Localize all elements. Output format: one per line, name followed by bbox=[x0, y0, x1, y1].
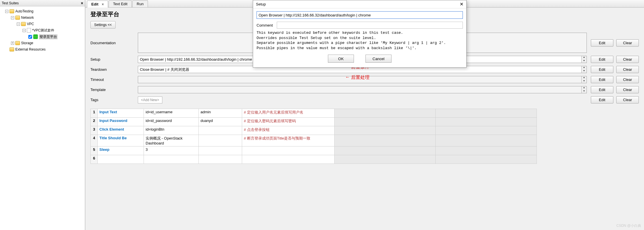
blank-cell[interactable] bbox=[436, 135, 537, 146]
arg-cell[interactable] bbox=[144, 155, 199, 164]
arg-cell[interactable] bbox=[199, 155, 242, 164]
table-row[interactable]: 5Sleep3 bbox=[91, 146, 537, 155]
add-tag-button[interactable]: <Add New> bbox=[138, 97, 162, 103]
comment-cell[interactable] bbox=[242, 146, 335, 155]
dialog-titlebar[interactable]: Setup ✕ bbox=[253, 0, 466, 8]
dialog-comment-label: Comment bbox=[257, 23, 273, 27]
tree-node-external[interactable]: External Resources bbox=[5, 46, 84, 53]
stepper[interactable]: ▲▼ bbox=[581, 66, 587, 73]
keyword-cell[interactable]: Title Should Be bbox=[98, 135, 144, 146]
blank-cell[interactable] bbox=[436, 126, 537, 135]
edit-button[interactable]: Edit bbox=[591, 39, 613, 47]
comment-cell[interactable]: # 定位输入密码元素后填写密码 bbox=[242, 118, 335, 126]
keyword-cell[interactable]: Input Password bbox=[98, 118, 144, 126]
close-icon[interactable]: × bbox=[81, 1, 83, 5]
blank-cell[interactable] bbox=[335, 118, 436, 126]
arg-cell[interactable] bbox=[199, 126, 242, 135]
stepper[interactable]: ▲▼ bbox=[581, 56, 587, 63]
table-row[interactable]: 2Input Passwordid=id_passwordduanyd# 定位输… bbox=[91, 118, 537, 126]
tags-label: Tags bbox=[90, 98, 134, 102]
tree-node-testcase[interactable]: ⋯ 登录至平台 bbox=[28, 34, 84, 40]
collapse-icon[interactable]: − bbox=[11, 16, 14, 19]
blank-cell[interactable] bbox=[335, 135, 436, 146]
setup-value: Open Browser | http://192.166.66.32/dash… bbox=[140, 57, 252, 62]
tab-run[interactable]: Run bbox=[132, 0, 148, 7]
collapse-icon[interactable]: − bbox=[5, 10, 8, 13]
dialog-keyword-input[interactable] bbox=[257, 11, 463, 19]
clear-button[interactable]: Clear bbox=[616, 66, 639, 73]
dialog-title: Setup bbox=[256, 2, 266, 6]
arg-cell[interactable]: duanyd bbox=[199, 118, 242, 126]
tree-node-autotesting[interactable]: − AutoTesting bbox=[5, 8, 84, 14]
blank-cell[interactable] bbox=[335, 146, 436, 155]
edit-button[interactable]: Edit bbox=[591, 56, 613, 63]
tab-textedit[interactable]: Text Edit bbox=[109, 0, 132, 7]
collapse-icon[interactable]: − bbox=[23, 29, 26, 32]
table-row[interactable]: 6 bbox=[91, 155, 537, 164]
blank-cell[interactable] bbox=[436, 146, 537, 155]
arg-cell[interactable]: 实例概况 - OpenStack Dashboard bbox=[144, 135, 199, 146]
keyword-cell[interactable]: Click Element bbox=[98, 126, 144, 135]
table-row[interactable]: 1Input Textid=id_usernameadmin# 定位输入用户名元… bbox=[91, 109, 537, 118]
file-icon bbox=[27, 28, 31, 33]
arg-cell[interactable]: 3 bbox=[144, 146, 199, 155]
folder-icon bbox=[10, 47, 14, 51]
keyword-cell[interactable]: Input Text bbox=[98, 109, 144, 118]
arg-cell[interactable]: id=id_password bbox=[144, 118, 199, 126]
row-number: 6 bbox=[91, 155, 98, 164]
arg-cell[interactable]: id=loginBtn bbox=[144, 126, 199, 135]
blank-cell[interactable] bbox=[436, 155, 537, 164]
close-tab-icon[interactable]: × bbox=[102, 2, 104, 6]
tree-title: Test Suites bbox=[2, 1, 19, 5]
tree-label: Network bbox=[21, 16, 34, 20]
blank-cell[interactable] bbox=[436, 118, 537, 126]
documentation-label: Documentation bbox=[90, 41, 134, 45]
keyword-cell[interactable]: Sleep bbox=[98, 146, 144, 155]
blank-cell[interactable] bbox=[335, 155, 436, 164]
tree-node-vpc[interactable]: − VPC bbox=[17, 21, 84, 27]
stepper[interactable]: ▲▼ bbox=[581, 76, 587, 83]
collapse-icon[interactable]: − bbox=[17, 23, 20, 26]
comment-cell[interactable]: # 定位输入用户名元素后填写用户名 bbox=[242, 109, 335, 118]
arg-cell[interactable] bbox=[199, 146, 242, 155]
arg-cell[interactable]: id=id_username bbox=[144, 109, 199, 118]
table-row[interactable]: 4Title Should Be实例概况 - OpenStack Dashboa… bbox=[91, 135, 537, 146]
blank-cell[interactable] bbox=[436, 109, 537, 118]
keyword-cell[interactable] bbox=[98, 155, 144, 164]
stepper[interactable]: ▲▼ bbox=[581, 86, 587, 93]
arg-cell[interactable]: admin bbox=[199, 109, 242, 118]
tab-edit[interactable]: Edit × bbox=[87, 1, 108, 8]
timeout-field[interactable]: ▲▼ bbox=[138, 76, 587, 83]
expand-icon[interactable]: + bbox=[11, 42, 14, 45]
edit-button[interactable]: Edit bbox=[591, 96, 613, 103]
clear-button[interactable]: Clear bbox=[616, 56, 639, 63]
tree-node-network[interactable]: − Network bbox=[11, 14, 84, 21]
settings-button[interactable]: Settings << bbox=[90, 21, 116, 29]
arg-cell[interactable] bbox=[199, 135, 242, 146]
blank-cell[interactable] bbox=[335, 109, 436, 118]
blank-cell[interactable] bbox=[335, 126, 436, 135]
comment-cell[interactable] bbox=[242, 155, 335, 164]
testcase-checkbox[interactable] bbox=[28, 35, 32, 39]
edit-button[interactable]: Edit bbox=[591, 76, 613, 83]
comment-cell[interactable]: # 断言登录成功页面Title是否与预期一致 bbox=[242, 135, 335, 146]
cancel-button[interactable]: Cancel bbox=[365, 55, 391, 63]
clear-button[interactable]: Clear bbox=[616, 76, 639, 83]
tree-node-storage[interactable]: + Storage bbox=[11, 40, 84, 46]
clear-button[interactable]: Clear bbox=[616, 96, 639, 103]
close-dialog-icon[interactable]: ✕ bbox=[460, 1, 463, 7]
ok-button[interactable]: OK bbox=[328, 55, 354, 63]
steps-table[interactable]: 1Input Textid=id_usernameadmin# 定位输入用户名元… bbox=[90, 109, 537, 164]
watermark: CSDN @小白典 bbox=[616, 223, 641, 228]
teardown-value: Close Browser | # 关闭浏览器 bbox=[140, 67, 189, 72]
table-row[interactable]: 3Click Elementid=loginBtn# 点击登录按钮 bbox=[91, 126, 537, 135]
tree-node-suite[interactable]: − *VPC测试套件 bbox=[23, 27, 84, 34]
edit-button[interactable]: Edit bbox=[591, 66, 613, 73]
setup-dialog: Setup ✕ Comment This keyword is executed… bbox=[253, 0, 467, 68]
template-field[interactable]: ▲▼ bbox=[138, 86, 587, 93]
edit-button[interactable]: Edit bbox=[591, 86, 613, 93]
clear-button[interactable]: Clear bbox=[616, 86, 639, 93]
clear-button[interactable]: Clear bbox=[616, 39, 639, 47]
comment-cell[interactable]: # 点击登录按钮 bbox=[242, 126, 335, 135]
dialog-comment-input[interactable] bbox=[277, 22, 463, 29]
